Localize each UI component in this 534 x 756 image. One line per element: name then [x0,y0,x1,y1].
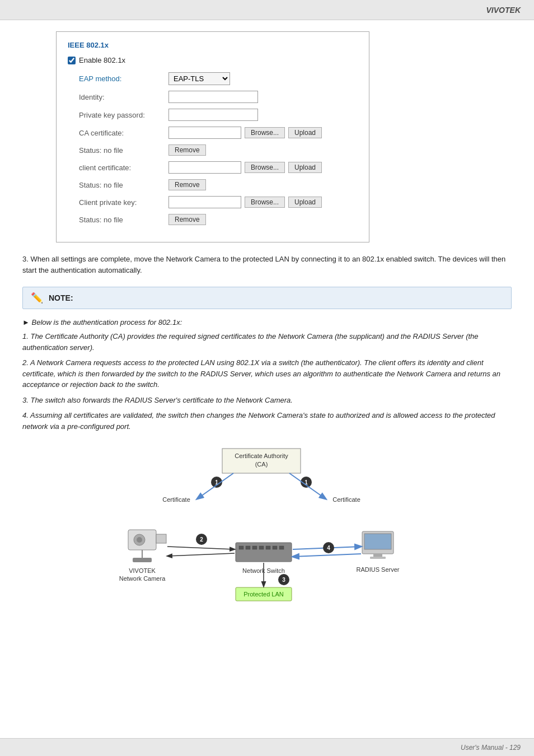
client-private-control: Browse... Upload [168,196,322,208]
svg-text:Protected LAN: Protected LAN [243,591,284,598]
client-browse-button[interactable]: Browse... [245,162,285,173]
enable-checkbox[interactable] [68,57,76,64]
auth-header: ► Below is the authentication process fo… [22,318,512,326]
eap-method-row: EAP method: EAP-TLS EAP-PEAP [68,72,358,85]
private-key-row: Private key passord: [68,109,358,121]
svg-rect-15 [133,558,152,562]
svg-text:(CA): (CA) [255,461,268,468]
svg-rect-25 [273,546,277,549]
svg-rect-19 [236,543,292,562]
client-status-row: Status: no file Remove [68,179,358,190]
svg-rect-23 [259,546,264,549]
svg-text:VIVOTEK: VIVOTEK [129,567,156,574]
svg-rect-22 [252,546,257,549]
note-box: ✏️ NOTE: [22,287,512,309]
identity-input[interactable] [168,91,258,103]
ieee-box: IEEE 802.1x Enable 802.1x EAP method: EA… [56,31,369,242]
svg-text:Network Camera: Network Camera [119,575,166,582]
svg-text:Certificate Authority: Certificate Authority [235,452,288,459]
client-private-upload-button[interactable]: Upload [288,197,322,208]
main-content: IEEE 802.1x Enable 802.1x EAP method: EA… [0,20,534,639]
svg-rect-21 [246,546,250,549]
auth-item-3: 3. The switch also forwards the RADIUS S… [22,395,512,406]
client-upload-button[interactable]: Upload [288,162,322,173]
ca-cert-row: CA certificate: Browse... Upload [68,127,358,139]
client-cert-control: Browse... Upload [168,161,322,174]
identity-label: Identity: [79,93,168,101]
ca-cert-control: Browse... Upload [168,127,322,139]
client-cert-row: client certificate: Browse... Upload [68,161,358,174]
auth-item-4: 4. Assuming all certificates are validat… [22,410,512,432]
svg-text:RADIUS Server: RADIUS Server [356,566,399,573]
svg-text:Certificate: Certificate [162,496,190,503]
ca-upload-button[interactable]: Upload [288,127,322,138]
svg-rect-20 [239,546,243,549]
auth-diagram: Certificate Authority (CA) 1 1 Certifica… [93,443,441,622]
svg-text:Certificate: Certificate [332,496,360,503]
svg-point-13 [137,537,142,543]
ca-cert-file-input[interactable] [168,127,241,139]
client-remove-button[interactable]: Remove [168,179,206,190]
svg-rect-24 [266,546,270,549]
note-label: NOTE: [49,293,73,302]
identity-row: Identity: [68,91,358,103]
client-private-remove-button[interactable]: Remove [168,214,206,225]
svg-line-36 [167,553,235,556]
ieee-title: IEEE 802.1x [68,41,358,49]
auth-section: ► Below is the authentication process fo… [22,318,512,432]
svg-rect-30 [373,554,382,557]
footer-text: User's Manual - 129 [461,744,521,752]
page-footer: User's Manual - 129 [0,738,534,756]
client-private-row: Client private key: Browse... Upload [68,196,358,208]
private-key-input[interactable] [168,109,258,121]
brand-label: VIVOTEK [486,6,521,15]
eap-select[interactable]: EAP-TLS EAP-PEAP [168,72,230,85]
eap-control: EAP-TLS EAP-PEAP [168,72,230,85]
auth-list: 1. The Certificate Authority (CA) provid… [22,331,512,432]
client-private-file-input[interactable] [168,196,241,208]
diagram-container: Certificate Authority (CA) 1 1 Certifica… [93,443,441,622]
svg-line-40 [293,554,361,557]
private-key-label: Private key passord: [79,111,168,119]
svg-text:3: 3 [282,577,285,583]
svg-text:2: 2 [200,536,203,543]
svg-rect-31 [370,557,386,559]
client-private-status-label: Status: no file [79,216,168,224]
pencil-icon: ✏️ [31,292,43,304]
enable-row: Enable 802.1x [68,56,358,64]
client-private-status-row: Status: no file Remove [68,214,358,225]
page-header: VIVOTEK [0,0,534,20]
ca-cert-label: CA certificate: [79,129,168,137]
client-cert-label: client certificate: [79,164,168,172]
client-private-label: Client private key: [79,198,168,207]
client-private-browse-button[interactable]: Browse... [245,197,285,208]
ca-status-label: Status: no file [79,146,168,155]
ca-remove-button[interactable]: Remove [168,144,206,156]
ca-status-row: Status: no file Remove [68,144,358,156]
step3-text: 3. When all settings are complete, move … [22,254,512,276]
ca-browse-button[interactable]: Browse... [245,127,285,138]
eap-label: EAP method: [79,74,168,83]
private-key-control [168,109,258,121]
enable-label: Enable 802.1x [79,56,125,64]
svg-text:4: 4 [327,545,330,551]
auth-item-1: 1. The Certificate Authority (CA) provid… [22,331,512,353]
client-status-label: Status: no file [79,181,168,189]
svg-line-35 [167,547,235,549]
auth-item-2: 2. A Network Camera requests access to t… [22,357,512,390]
svg-rect-29 [364,534,391,549]
client-cert-file-input[interactable] [168,161,241,174]
svg-rect-26 [279,546,284,549]
svg-rect-16 [156,534,166,543]
identity-control [168,91,258,103]
